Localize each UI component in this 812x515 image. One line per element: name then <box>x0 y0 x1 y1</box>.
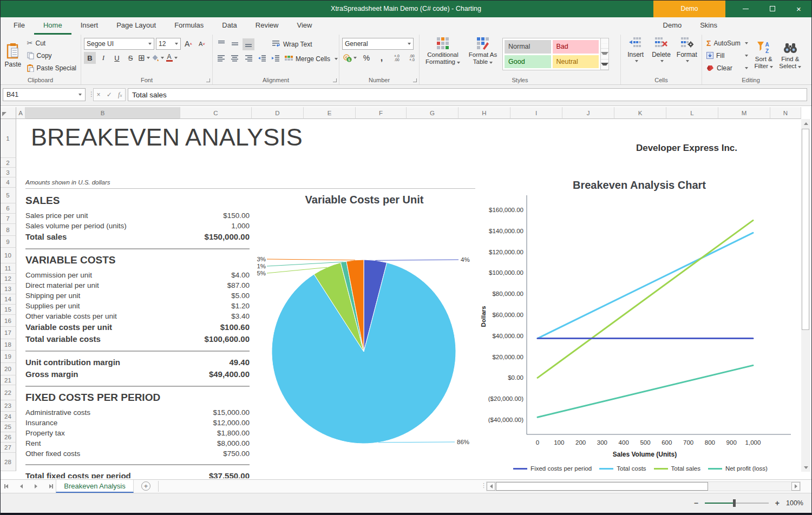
column-header-h[interactable]: H <box>459 107 510 119</box>
gallery-more-button[interactable] <box>601 60 608 70</box>
column-header-m[interactable]: M <box>718 107 770 119</box>
row-header-7[interactable]: 7 <box>0 214 16 224</box>
column-header-j[interactable]: J <box>562 107 614 119</box>
decrease-indent-button[interactable] <box>256 53 268 65</box>
style-bad[interactable]: Bad <box>553 40 599 54</box>
row-header-5[interactable]: 5 <box>0 188 16 203</box>
bold-button[interactable]: B <box>84 52 96 64</box>
fill-button[interactable]: Fill <box>705 49 750 62</box>
column-header-g[interactable]: G <box>407 107 459 119</box>
row-header-9[interactable]: 9 <box>0 236 16 248</box>
font-dialog-launcher[interactable] <box>206 78 210 82</box>
name-box[interactable]: B41 <box>3 88 86 101</box>
row-header-13[interactable]: 13 <box>0 284 16 294</box>
insert-function-button[interactable]: fx <box>118 91 122 99</box>
select-all-corner[interactable] <box>0 107 16 119</box>
percent-style-button[interactable]: % <box>361 52 372 64</box>
tab-file[interactable]: File <box>4 17 34 35</box>
tab-demo[interactable]: Demo <box>654 17 691 35</box>
font-color-button[interactable]: A <box>166 52 178 64</box>
row-header-23[interactable]: 23 <box>0 400 16 412</box>
delete-cells-button[interactable]: Delete <box>649 37 673 62</box>
style-neutral[interactable]: Neutral <box>553 55 599 69</box>
align-bottom-button[interactable] <box>243 38 254 50</box>
row-header-28[interactable]: 28 <box>0 453 16 471</box>
copy-button[interactable]: Copy <box>25 49 78 62</box>
previous-sheet-button[interactable] <box>20 484 23 488</box>
sort-filter-button[interactable]: AZ Sort & Filter <box>752 37 776 74</box>
pie-chart[interactable]: Variable Costs per Unit4%86%5%1%3% <box>251 189 478 468</box>
shrink-font-button[interactable]: A˅ <box>196 38 208 50</box>
scroll-right-button[interactable] <box>791 482 800 491</box>
column-header-f[interactable]: F <box>356 107 407 119</box>
zoom-out-button[interactable]: − <box>694 499 698 507</box>
tab-skins[interactable]: Skins <box>691 17 726 35</box>
tab-data[interactable]: Data <box>213 17 246 35</box>
zoom-slider[interactable] <box>705 503 769 504</box>
scroll-left-button[interactable] <box>487 482 495 491</box>
tab-view[interactable]: View <box>287 17 321 35</box>
column-header-l[interactable]: L <box>666 107 718 119</box>
fill-color-button[interactable] <box>152 52 164 64</box>
insert-cells-button[interactable]: Insert <box>624 37 647 62</box>
decrease-decimal-button[interactable]: .00+.0 <box>406 52 418 64</box>
tab-review[interactable]: Review <box>246 17 288 35</box>
style-normal[interactable]: Normal <box>505 40 551 54</box>
comma-style-button[interactable]: , <box>376 52 388 64</box>
demo-badge-button[interactable]: Demo <box>653 0 725 17</box>
underline-button[interactable]: U <box>111 52 123 64</box>
confirm-entry-button[interactable]: ✓ <box>107 91 112 98</box>
row-header-1[interactable]: 1 <box>0 119 16 158</box>
style-good[interactable]: Good <box>505 55 551 69</box>
close-button[interactable]: × <box>785 0 812 17</box>
cancel-entry-button[interactable]: × <box>97 91 101 98</box>
align-top-button[interactable] <box>215 38 227 50</box>
strikethrough-button[interactable]: S <box>125 52 136 64</box>
sheet-tab-breakeven-analysis[interactable]: Breakeven Analysis <box>56 480 134 493</box>
row-header-24[interactable]: 24 <box>0 412 16 422</box>
row-header-20[interactable]: 20 <box>0 363 16 375</box>
first-sheet-button[interactable] <box>4 484 8 488</box>
breakeven-line-chart[interactable]: Breakeven Analysis Chart$160,000.00$140,… <box>478 175 801 467</box>
autosum-button[interactable]: ΣAutoSum <box>705 37 750 49</box>
row-header-12[interactable]: 12 <box>0 274 16 284</box>
conditional-formatting-button[interactable]: Conditional Formatting <box>422 37 463 65</box>
row-header-16[interactable]: 16 <box>0 315 16 327</box>
cut-button[interactable]: ✂Cut <box>25 37 78 49</box>
vertical-scrollbar[interactable] <box>801 119 810 472</box>
row-header-15[interactable]: 15 <box>0 305 16 315</box>
format-as-table-button[interactable]: Format As Table <box>466 37 500 65</box>
accounting-format-button[interactable]: €$ <box>342 52 357 64</box>
font-size-select[interactable]: 12 <box>156 38 181 50</box>
column-header-c[interactable]: C <box>180 107 252 119</box>
format-cells-button[interactable]: Format <box>675 37 699 62</box>
align-center-button[interactable] <box>229 53 241 65</box>
align-left-button[interactable] <box>215 53 227 65</box>
number-dialog-launcher[interactable] <box>413 78 417 82</box>
merge-cells-button[interactable]: Merge Cells <box>283 52 339 65</box>
row-header-3[interactable]: 3 <box>0 168 16 177</box>
column-header-e[interactable]: E <box>304 107 356 119</box>
italic-button[interactable]: I <box>97 52 109 64</box>
tab-insert[interactable]: Insert <box>71 17 108 35</box>
minimize-button[interactable] <box>732 0 759 17</box>
row-header-27[interactable]: 27 <box>0 443 16 453</box>
row-header-19[interactable]: 19 <box>0 351 16 363</box>
row-header-21[interactable]: 21 <box>0 375 16 385</box>
tab-page-layout[interactable]: Page Layout <box>107 17 165 35</box>
increase-decimal-button[interactable]: +.0.00 <box>391 52 403 64</box>
find-select-button[interactable]: Find & Select <box>778 37 803 74</box>
row-header-4[interactable]: 4 <box>0 177 16 188</box>
align-middle-button[interactable] <box>229 38 241 50</box>
row-header-22[interactable]: 22 <box>0 385 16 400</box>
tab-home[interactable]: Home <box>34 17 71 35</box>
next-sheet-button[interactable] <box>35 484 37 488</box>
alignment-dialog-launcher[interactable] <box>333 78 337 82</box>
column-header-b[interactable]: B <box>25 107 180 119</box>
number-format-select[interactable]: General <box>342 38 414 50</box>
column-header-n[interactable]: N <box>770 107 801 119</box>
row-header-2[interactable]: 2 <box>0 158 16 168</box>
gallery-up-button[interactable] <box>601 38 608 49</box>
gallery-down-button[interactable] <box>601 49 608 59</box>
row-header-6[interactable]: 6 <box>0 203 16 214</box>
